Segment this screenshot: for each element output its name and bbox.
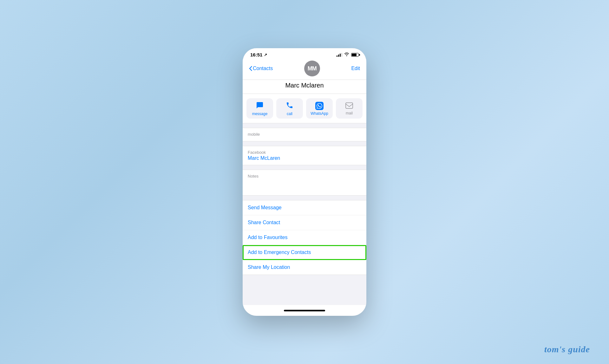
home-indicator xyxy=(243,305,366,316)
call-label: call xyxy=(287,112,292,116)
battery-icon xyxy=(351,53,359,57)
notes-card: Notes xyxy=(243,170,366,196)
notes-row: Notes xyxy=(243,170,366,195)
nav-bar: Contacts MM Edit xyxy=(243,59,366,80)
location-arrow-icon: ↗ xyxy=(264,53,267,57)
facebook-row: Facebook Marc McLaren xyxy=(243,146,366,165)
call-button[interactable]: call xyxy=(276,98,303,119)
contact-name: Marc Mclaren xyxy=(243,82,366,89)
facebook-label: Facebook xyxy=(248,150,361,155)
status-icons xyxy=(337,52,359,57)
facebook-value[interactable]: Marc McLaren xyxy=(248,155,361,161)
facebook-card: Facebook Marc McLaren xyxy=(243,146,366,165)
action-list: Send Message Share Contact Add to Favour… xyxy=(243,200,366,275)
phone-frame: 16:51 ↗ xyxy=(243,48,366,316)
mail-button[interactable]: mail xyxy=(336,98,363,119)
contact-name-section: Marc Mclaren xyxy=(243,80,366,94)
mail-icon xyxy=(345,102,353,110)
signal-icon xyxy=(337,53,342,57)
send-message-item[interactable]: Send Message xyxy=(243,200,366,215)
contact-avatar: MM xyxy=(304,61,320,76)
message-label: message xyxy=(252,112,268,116)
status-bar: 16:51 ↗ xyxy=(243,48,366,59)
back-button[interactable]: Contacts xyxy=(249,66,273,71)
whatsapp-label: WhatsApp xyxy=(311,111,328,116)
watermark: tom's guide xyxy=(544,344,590,354)
message-icon xyxy=(256,101,264,110)
notes-label: Notes xyxy=(248,174,361,179)
share-location-item[interactable]: Share My Location xyxy=(243,260,366,275)
share-contact-item[interactable]: Share Contact xyxy=(243,215,366,230)
whatsapp-icon xyxy=(315,102,324,110)
add-to-emergency-item[interactable]: Add to Emergency Contacts xyxy=(243,245,366,260)
status-time: 16:51 ↗ xyxy=(250,52,267,57)
mobile-label: mobile xyxy=(248,132,361,137)
call-icon xyxy=(286,101,293,110)
mail-label: mail xyxy=(346,111,353,115)
mobile-row: mobile xyxy=(243,128,366,141)
add-to-favourites-item[interactable]: Add to Favourites xyxy=(243,230,366,245)
wifi-icon xyxy=(344,52,349,57)
home-bar xyxy=(284,310,325,311)
whatsapp-button[interactable]: WhatsApp xyxy=(306,98,333,119)
edit-button[interactable]: Edit xyxy=(351,66,360,71)
message-button[interactable]: message xyxy=(246,98,273,119)
scroll-content[interactable]: mobile Facebook Marc McLaren Notes Send … xyxy=(243,123,366,305)
svg-rect-0 xyxy=(346,103,353,108)
mobile-card: mobile xyxy=(243,128,366,141)
action-buttons-section: message call WhatsApp xyxy=(243,94,366,123)
